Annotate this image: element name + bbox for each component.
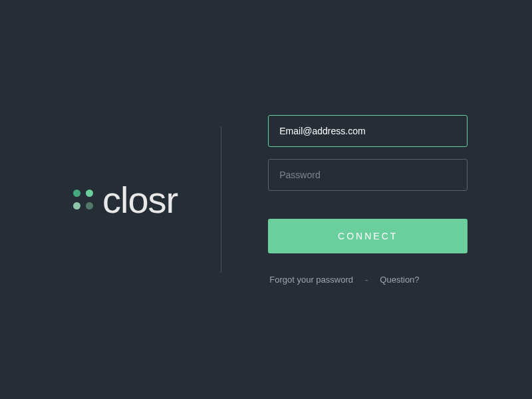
dot-icon bbox=[86, 202, 93, 209]
link-separator: - bbox=[365, 275, 368, 285]
brand-name: closr bbox=[102, 178, 178, 221]
question-link[interactable]: Question? bbox=[380, 275, 419, 285]
login-container: closr CONNECT Forgot your password - Que… bbox=[0, 115, 532, 285]
forgot-password-link[interactable]: Forgot your password bbox=[269, 275, 353, 285]
logo-dots-icon bbox=[73, 190, 93, 209]
password-input[interactable] bbox=[268, 159, 467, 191]
help-links: Forgot your password - Question? bbox=[268, 275, 467, 285]
login-form: CONNECT Forgot your password - Question? bbox=[268, 115, 467, 285]
email-input[interactable] bbox=[268, 115, 467, 147]
dot-icon bbox=[73, 190, 80, 197]
connect-button[interactable]: CONNECT bbox=[268, 219, 467, 253]
dot-icon bbox=[86, 190, 93, 197]
dot-icon bbox=[73, 202, 80, 209]
brand-logo: closr bbox=[73, 178, 178, 221]
vertical-divider bbox=[221, 126, 221, 273]
